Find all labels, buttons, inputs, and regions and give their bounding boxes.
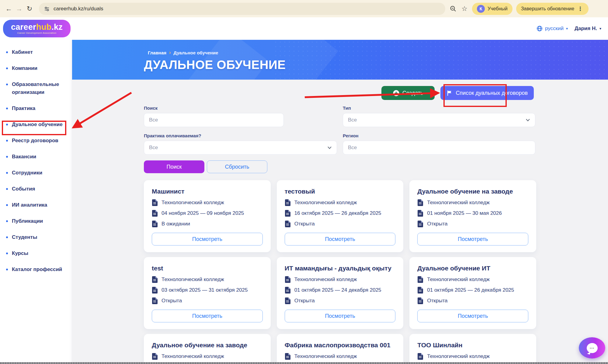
- dual-card: Машинист Технологический колледж 04 нояб…: [144, 180, 271, 252]
- create-button-label: Создать: [402, 90, 423, 96]
- careerhub-logo[interactable]: careerhub.kz Career Development Associat…: [3, 20, 71, 37]
- chat-widget-button[interactable]: ...: [579, 337, 605, 359]
- sidebar-item-kursy[interactable]: Курсы: [6, 249, 68, 257]
- bullet-icon: [6, 220, 8, 222]
- view-button[interactable]: Посмотреть: [417, 310, 528, 322]
- card-title: ИТ мамандығы - дуальдық оқыту: [285, 264, 396, 272]
- document-icon: [285, 287, 290, 294]
- browser-forward-icon[interactable]: →: [14, 5, 24, 13]
- sidebar-item-obrazovatelnye[interactable]: Образовательные организации: [6, 81, 68, 96]
- profile-name: Учебный: [488, 6, 508, 12]
- document-icon: [285, 199, 290, 206]
- card-status: В ожидании: [162, 221, 190, 227]
- actions-row: Создать Список дуальных договоров: [144, 86, 536, 100]
- user-name: Дария Н.: [575, 26, 597, 32]
- document-icon: [417, 353, 423, 360]
- breadcrumb-chevron-icon: ›: [169, 50, 171, 55]
- dual-card: Дуальное обучение на заводе Технологичес…: [409, 180, 536, 252]
- url-text: careerhub.kz/ru/duals: [54, 6, 103, 12]
- chevron-down-icon: ▾: [566, 26, 568, 31]
- sidebar-item-vakansii[interactable]: Вакансии: [6, 153, 68, 161]
- sidebar-item-katalog-professiy[interactable]: Каталог профессий: [6, 266, 68, 273]
- card-title: Фабрика маслопроизводства 001: [285, 341, 396, 349]
- document-icon: [152, 199, 158, 206]
- bullet-icon: [6, 124, 8, 125]
- card-dates: 04 ноября 2025 — 09 ноября 2025: [162, 210, 244, 217]
- bookmark-star-icon[interactable]: ☆: [460, 5, 468, 13]
- sidebar-item-reestr-dogovorov[interactable]: Реестр договоров: [6, 137, 68, 145]
- document-icon: [285, 297, 290, 304]
- sidebar-nav: Кабинет Компании Образовательные организ…: [0, 40, 72, 364]
- bullet-icon: [6, 252, 8, 254]
- card-org: Технологический колледж: [162, 199, 224, 206]
- sidebar-item-ii-analitika[interactable]: ИИ аналитика: [6, 201, 68, 209]
- bullet-icon: [6, 84, 8, 85]
- breadcrumb-home-link[interactable]: Главная: [148, 50, 166, 55]
- search-filter-input[interactable]: [144, 113, 284, 127]
- card-org: Технологический колледж: [294, 276, 357, 283]
- filter-reset-button[interactable]: Сбросить: [207, 160, 267, 173]
- sidebar-item-publikacii[interactable]: Публикации: [6, 217, 68, 225]
- page-hero-banner: Главная › Дуальное обучение ДУАЛЬНОЕ ОБУ…: [72, 40, 608, 80]
- document-icon: [285, 210, 290, 217]
- sidebar-item-sotrudniki[interactable]: Сотрудники: [6, 169, 68, 177]
- finish-update-label: Завершить обновление: [521, 6, 574, 12]
- breadcrumb-current: Дуальное обучение: [173, 50, 218, 55]
- filter-search-button[interactable]: Поиск: [144, 160, 204, 173]
- view-button[interactable]: Посмотреть: [152, 310, 263, 322]
- card-status: Открыта: [427, 297, 447, 304]
- dual-card: ИТ мамандығы - дуальдық оқыту Технологич…: [277, 257, 404, 329]
- browser-profile-chip[interactable]: К Учебный: [472, 3, 512, 15]
- document-icon: [152, 297, 158, 304]
- paid-select-value: Все: [149, 145, 158, 151]
- dual-card: ТОО Шинлайн Технологический колледж: [409, 334, 536, 364]
- view-button[interactable]: Посмотреть: [285, 310, 396, 322]
- chevron-down-icon: [526, 118, 530, 122]
- browser-reload-icon[interactable]: ↻: [24, 5, 35, 13]
- create-button[interactable]: Создать: [381, 86, 435, 100]
- document-icon: [152, 276, 158, 283]
- type-select[interactable]: Все: [343, 113, 535, 127]
- zoom-out-icon[interactable]: [450, 5, 457, 12]
- bullet-icon: [6, 269, 8, 270]
- sidebar-item-studenty[interactable]: Студенты: [6, 233, 68, 241]
- browser-back-icon[interactable]: ←: [4, 5, 14, 13]
- flag-icon: [446, 90, 453, 96]
- site-settings-icon[interactable]: [44, 6, 50, 12]
- view-button[interactable]: Посмотреть: [152, 233, 263, 246]
- sidebar-item-kompanii[interactable]: Компании: [6, 64, 68, 72]
- card-dates: 03 октября 2025 — 31 октября 2025: [162, 287, 248, 294]
- card-dates: 01 октября 2025 — 24 декабря 2025: [294, 287, 381, 294]
- chevron-down-icon: ▾: [599, 26, 601, 31]
- dual-card: Дуальное обучение ИТ Технологический кол…: [409, 257, 536, 329]
- card-status: Открыта: [294, 221, 315, 227]
- card-org: Технологический колледж: [294, 199, 357, 206]
- card-org: Технологический колледж: [294, 353, 357, 360]
- page-title: ДУАЛЬНОЕ ОБУЧЕНИЕ: [144, 58, 608, 72]
- card-status: Открыта: [427, 221, 447, 227]
- paid-select[interactable]: Все: [144, 141, 337, 155]
- bullet-icon: [6, 108, 8, 109]
- view-button[interactable]: Посмотреть: [417, 233, 528, 246]
- finish-update-button[interactable]: Завершить обновление ⋮: [516, 3, 589, 15]
- card-org: Технологический колледж: [427, 276, 490, 283]
- user-menu[interactable]: Дария Н. ▾: [575, 26, 601, 32]
- document-icon: [285, 221, 290, 227]
- contracts-list-button[interactable]: Список дуальных договоров: [440, 86, 534, 100]
- region-filter-label: Регион: [343, 133, 535, 138]
- document-icon: [417, 297, 423, 304]
- language-selector[interactable]: русский ▾: [537, 26, 568, 32]
- card-title: Машинист: [152, 187, 263, 195]
- card-org: Технологический колледж: [427, 199, 490, 206]
- document-icon: [417, 276, 423, 283]
- view-button[interactable]: Посмотреть: [285, 233, 396, 246]
- sidebar-item-dualnoe-obuchenie[interactable]: Дуальное обучение: [6, 121, 68, 129]
- sidebar-item-sobytiya[interactable]: События: [6, 185, 68, 193]
- address-bar[interactable]: careerhub.kz/ru/duals: [39, 3, 445, 15]
- document-icon: [152, 221, 158, 227]
- bullet-icon: [6, 204, 8, 206]
- region-filter-input[interactable]: [343, 141, 535, 155]
- browser-menu-icon[interactable]: ⋮: [577, 5, 584, 12]
- sidebar-item-praktika[interactable]: Практика: [6, 105, 68, 112]
- sidebar-item-kabinet[interactable]: Кабинет: [6, 48, 68, 56]
